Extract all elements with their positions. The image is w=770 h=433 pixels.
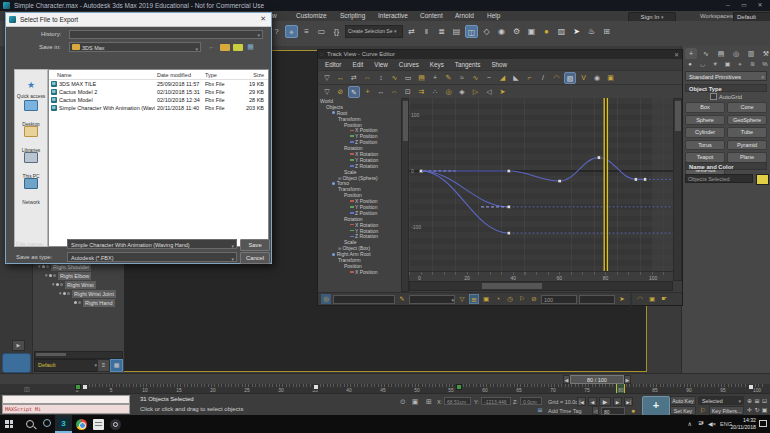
y-field[interactable]: -1213.446 [481,397,511,405]
curve-editor-tool-icon[interactable]: / [537,72,549,84]
close-button[interactable]: ✕ [754,1,766,10]
primitive-button[interactable]: Cone [727,102,767,113]
curve-editor-tool-icon[interactable]: ⊘ [335,86,347,98]
time-slider[interactable]: ◀ 80 / 100 ▶ [563,375,631,384]
time-slider-value[interactable]: 80 / 100 [570,375,624,384]
curve-editor-menu-item[interactable]: Tangents [455,61,481,68]
prev-frame-icon[interactable]: ◀ [563,375,570,384]
isolate-toggle-icon[interactable]: ⊙ [398,397,408,407]
column-date[interactable]: Date modified [157,72,191,78]
toolbar-icon[interactable]: ▭ [315,25,328,38]
menu-item[interactable]: Content [420,12,443,19]
menu-item[interactable]: w [272,12,277,19]
toolbar-icon[interactable]: ➤ [570,25,583,38]
curve-editor-tool-icon[interactable]: ▣ [605,72,617,84]
curve-editor-close-icon[interactable]: ✕ [674,51,679,58]
curve-editor-tool-icon[interactable]: ◠ [551,72,563,84]
absolute-offset-icon[interactable]: ⊞ [424,397,434,407]
scene-explorer-view-button[interactable]: ▦ [110,359,123,372]
taskbar-search-icon[interactable] [26,420,34,428]
snap-key-icon[interactable]: ⊞ [469,294,479,304]
trackbar-key[interactable] [75,384,81,390]
places-item[interactable]: This PC [15,148,47,174]
primitive-button[interactable]: Plane [727,152,767,163]
curve-editor-tool-icon[interactable]: ✎ [348,86,360,98]
go-to-end-button[interactable]: ▶| [624,397,633,406]
curve-editor-menu-item[interactable]: Edit [352,61,363,68]
curve-editor-menu-item[interactable]: View [374,61,388,68]
selection-set-dropdown[interactable]: Selected ▾ [698,396,744,405]
command-panel-tab[interactable]: ⚒ [760,48,770,59]
category-icon[interactable]: ▣ [723,60,733,69]
name-color-rollout[interactable]: Name and Color [685,162,767,170]
x-field[interactable]: 68.51cm [444,397,471,405]
menu-item[interactable]: Arnold [455,12,474,19]
curve-editor-tool-icon[interactable]: ⇔ [362,72,374,84]
create-selection-set-dropdown[interactable]: Create Selection Se ▾ [345,25,403,38]
category-icon[interactable]: ≋ [748,60,758,69]
collapse-arrow-icon[interactable]: ▼ [44,273,48,278]
file-row[interactable]: 3DS MAX TILE 25/09/2018 11:57 Fbx File 1… [49,80,268,88]
category-icon[interactable]: % [760,60,770,69]
graph-hscrollbar[interactable] [409,281,673,291]
curve-editor-tool-icon[interactable]: ➤ [497,86,509,98]
column-name[interactable]: Name [57,72,72,78]
file-row[interactable]: Cactus Model 2 02/10/2018 15:31 Fbx File… [49,88,268,96]
places-item[interactable]: Quick access [15,70,47,96]
trackbar-key[interactable] [313,384,319,390]
select-dot-icon[interactable] [46,265,49,268]
key-menu-icon[interactable]: ▣ [481,294,491,304]
edit-track-set-icon[interactable]: ✎ [397,294,407,304]
dialog-titlebar[interactable]: Select File to Export ✕ [6,13,271,27]
toolbar-icon[interactable]: ◫ [465,25,478,38]
curve-editor-tool-icon[interactable]: ↕ [375,72,387,84]
play-button[interactable]: ▶ [599,397,611,406]
primitives-dropdown[interactable]: Standard Primitives▾ [685,71,767,81]
command-panel-tab[interactable]: + [685,48,697,59]
add-time-tag[interactable]: Add Time Tag [548,408,582,414]
curve-editor-menu-item[interactable]: Editor [325,61,341,68]
curve-editor-tool-icon[interactable]: ◣ [510,72,522,84]
command-panel-tab[interactable]: ▥ [745,48,757,59]
pan-icon[interactable]: ✛ [746,406,753,414]
curve-editor-tool-icon[interactable]: ✎ [443,72,455,84]
start-button[interactable] [5,420,13,428]
key-filters-button[interactable]: Key Filters... [709,406,744,415]
toolbar-icon[interactable]: ◇ [480,25,493,38]
param-key-icon[interactable]: ⚐ [517,294,527,304]
track-tree-row[interactable]: X Position [318,269,401,275]
curve-editor-tool-icon[interactable]: ▤ [416,72,428,84]
category-icon[interactable]: ◡ [698,60,708,69]
orbit-icon[interactable]: ↻ [754,406,761,414]
cortana-icon[interactable] [43,419,51,427]
toolbar-icon[interactable]: {} [330,25,343,38]
back-icon[interactable]: ← [207,42,217,52]
save-as-type-combo[interactable]: Autodesk (*.FBX)▾ [67,252,237,262]
key-time-field[interactable]: 100 [541,295,577,304]
curve-editor-tool-icon[interactable]: ◎ [443,86,455,98]
curve-editor-tool-icon[interactable]: ≈ [456,72,468,84]
category-icon[interactable]: ● [685,60,695,69]
curve-editor-tool-icon[interactable]: ▷ [470,86,482,98]
lock-key-icon[interactable]: ⊘ [529,294,539,304]
toolbar-icon[interactable]: ⊞ [600,25,613,38]
maxscript-listener-top[interactable] [2,395,130,404]
curve-editor-tool-icon[interactable]: ⇉ [416,86,428,98]
visibility-dot-icon[interactable] [49,274,52,277]
learning-key-icon[interactable]: ◔ [493,294,503,304]
scene-explorer-node[interactable]: ▼ Right Elbow [33,271,124,280]
scene-explorer-node[interactable]: ▼ Right Hand [33,298,124,307]
curve-editor-tool-icon[interactable]: V [578,72,590,84]
object-color-swatch[interactable] [756,174,769,185]
primitive-button[interactable]: Box [685,102,725,113]
toolbar-icon[interactable]: ◉ [495,25,508,38]
curve-editor-tool-icon[interactable]: ◁ [483,86,495,98]
command-panel-tab[interactable]: ∿ [700,48,712,59]
zoom-icon[interactable]: ⊕ [746,397,753,405]
file-name-combo[interactable]: Simple Character With Animation (Waving … [67,239,237,249]
visibility-dot-icon[interactable] [42,265,45,268]
viewport-layout-tab[interactable] [2,353,31,373]
curve-editor-tool-icon[interactable]: ◢ [497,72,509,84]
toolbar-icon[interactable]: ▤ [450,25,463,38]
visibility-dot-icon[interactable] [63,292,66,295]
